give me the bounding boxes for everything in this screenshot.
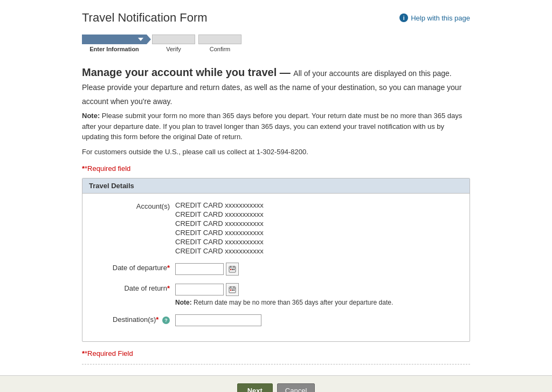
step-label-confirm: Confirm (210, 46, 231, 52)
help-link[interactable]: i Help with this page (399, 13, 470, 22)
progress-steps: Enter Information Verify Confirm (82, 35, 470, 52)
destination-label: Destination(s)* ? (89, 314, 175, 324)
svg-rect-5 (230, 269, 231, 270)
destination-info-icon[interactable]: ? (162, 317, 170, 324)
account-item: CREDIT CARD xxxxxxxxxxx (175, 238, 264, 246)
svg-rect-7 (233, 269, 234, 270)
chevron-down-icon (137, 36, 144, 43)
destination-field-group (175, 314, 261, 326)
return-note-text: Return date may be no more than 365 days… (194, 299, 393, 306)
departure-row: Date of departure* (89, 263, 463, 276)
intro-heading-dash: — (280, 66, 294, 78)
return-note-label: Note: (175, 299, 192, 306)
calendar-icon (229, 265, 236, 273)
step-bar-active (82, 35, 147, 44)
intro-heading-main: Manage your account while you travel (82, 66, 277, 78)
svg-rect-6 (232, 269, 233, 270)
account-item: CREDIT CARD xxxxxxxxxxx (175, 247, 264, 255)
return-calendar-button[interactable] (226, 283, 239, 296)
accounts-row: Account(s) CREDIT CARD xxxxxxxxxxx CREDI… (89, 201, 463, 255)
intro-section: Manage your account while you travel — A… (82, 65, 470, 156)
return-row: Date of return* (89, 283, 463, 307)
page-title: Travel Notification Form (82, 11, 208, 25)
help-link-text: Help with this page (411, 14, 470, 22)
note-text: Please submit your form no more than 365… (82, 112, 462, 141)
accounts-label: Account(s) (89, 201, 175, 210)
footer-actions: Next Cancel (0, 375, 552, 392)
help-icon: i (399, 13, 408, 22)
step-enter-info: Enter Information (82, 35, 147, 52)
svg-marker-0 (138, 38, 143, 41)
svg-rect-13 (232, 290, 233, 291)
travel-details-header: Travel Details (82, 178, 470, 194)
departure-date-input[interactable] (175, 263, 224, 275)
destination-input[interactable] (175, 314, 261, 326)
return-field-wrapper: Note: Return date may be no more than 36… (175, 283, 393, 307)
account-item: CREDIT CARD xxxxxxxxxxx (175, 201, 264, 209)
step-label-verify: Verify (166, 46, 181, 52)
step-bar-verify (152, 35, 195, 44)
return-field-group (175, 283, 393, 296)
departure-field-group (175, 263, 239, 276)
destination-row: Destination(s)* ? (89, 314, 463, 326)
svg-rect-14 (233, 290, 234, 291)
note-label: Note: (82, 112, 100, 120)
return-date-note: Note: Return date may be no more than 36… (175, 298, 393, 307)
cancel-button[interactable]: Cancel (277, 383, 315, 392)
step-bar-confirm (198, 35, 242, 44)
departure-calendar-button[interactable] (226, 263, 239, 276)
travel-details-box: Travel Details Account(s) CREDIT CARD xx… (82, 178, 470, 342)
step-verify: Verify (152, 35, 195, 52)
step-confirm: Confirm (198, 35, 242, 52)
note-block: Note: Please submit your form no more th… (82, 111, 470, 142)
return-label: Date of return* (89, 283, 175, 292)
account-item: CREDIT CARD xxxxxxxxxxx (175, 229, 264, 237)
footer-divider (82, 364, 470, 365)
travel-details-body: Account(s) CREDIT CARD xxxxxxxxxxx CREDI… (82, 194, 470, 342)
calendar-icon (229, 286, 236, 293)
required-field-notice-top: **Required field (82, 164, 470, 173)
accounts-list: CREDIT CARD xxxxxxxxxxx CREDIT CARD xxxx… (175, 201, 264, 255)
intro-heading: Manage your account while you travel — A… (82, 65, 470, 107)
account-item: CREDIT CARD xxxxxxxxxxx (175, 210, 264, 218)
svg-rect-12 (230, 290, 231, 291)
required-field-notice-bottom: **Required Field (82, 349, 470, 357)
departure-label: Date of departure* (89, 263, 175, 272)
account-item: CREDIT CARD xxxxxxxxxxx (175, 219, 264, 228)
contact-text: For customers outside the U.S., please c… (82, 148, 470, 156)
next-button[interactable]: Next (237, 383, 273, 392)
page-header: Travel Notification Form i Help with thi… (82, 11, 470, 25)
return-date-input[interactable] (175, 284, 224, 295)
step-label-enter-info: Enter Information (89, 46, 139, 52)
